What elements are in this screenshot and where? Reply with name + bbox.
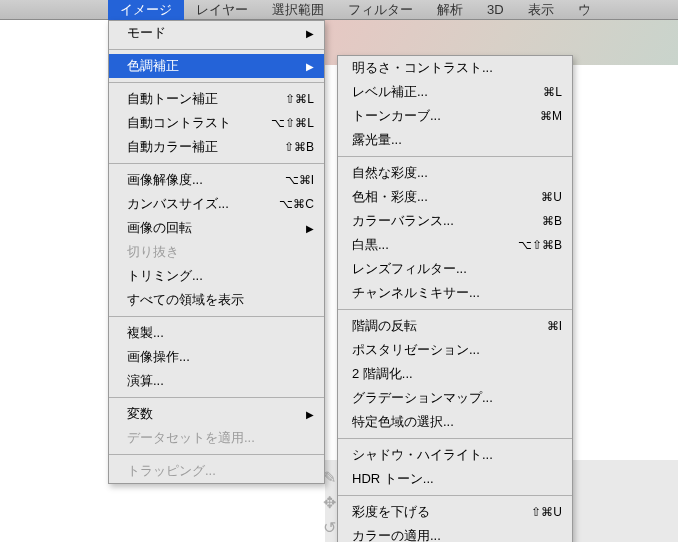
menubar-item[interactable]: イメージ <box>108 0 184 20</box>
menu-item[interactable]: カンバスサイズ...⌥⌘C <box>109 192 324 216</box>
menubar-item[interactable]: 3D <box>475 0 516 20</box>
menu-item-shortcut: ⌥⌘I <box>285 173 314 187</box>
menubar-item[interactable]: レイヤー <box>184 0 260 20</box>
menu-item-label: 切り抜き <box>127 243 314 261</box>
menu-item[interactable]: HDR トーン... <box>338 467 572 491</box>
menu-separator <box>109 49 324 50</box>
menu-item-shortcut: ⌥⇧⌘L <box>271 116 314 130</box>
menu-item[interactable]: 彩度を下げる⇧⌘U <box>338 500 572 524</box>
menu-item-label: グラデーションマップ... <box>352 389 562 407</box>
menubar-item[interactable]: 選択範囲 <box>260 0 336 20</box>
menu-item[interactable]: 画像操作... <box>109 345 324 369</box>
menu-item[interactable]: 自動カラー補正⇧⌘B <box>109 135 324 159</box>
color-adjustments-submenu: 明るさ・コントラスト...レベル補正...⌘Lトーンカーブ...⌘M露光量...… <box>337 55 573 542</box>
menu-item[interactable]: 白黒...⌥⇧⌘B <box>338 233 572 257</box>
menu-item-shortcut: ⌘U <box>541 190 562 204</box>
menu-separator <box>109 163 324 164</box>
menu-item[interactable]: カラーバランス...⌘B <box>338 209 572 233</box>
menu-item-label: HDR トーン... <box>352 470 562 488</box>
menu-item[interactable]: 色相・彩度...⌘U <box>338 185 572 209</box>
menu-item-shortcut: ⇧⌘L <box>285 92 314 106</box>
menu-item-label: カラーの適用... <box>352 527 562 542</box>
menu-item[interactable]: レベル補正...⌘L <box>338 80 572 104</box>
menu-separator <box>109 454 324 455</box>
menu-item-label: モード <box>127 24 300 42</box>
menu-item[interactable]: 複製... <box>109 321 324 345</box>
menu-item-shortcut: ⇧⌘U <box>531 505 562 519</box>
app-menubar: イメージレイヤー選択範囲フィルター解析3D表示ウ <box>0 0 678 20</box>
menu-item: 切り抜き <box>109 240 324 264</box>
menu-item-label: 自動コントラスト <box>127 114 263 132</box>
menu-item[interactable]: 色調補正▶ <box>109 54 324 78</box>
menu-item-label: カンバスサイズ... <box>127 195 271 213</box>
menu-item[interactable]: 明るさ・コントラスト... <box>338 56 572 80</box>
menu-item-label: 自然な彩度... <box>352 164 562 182</box>
menu-separator <box>109 82 324 83</box>
menu-item-label: ポスタリゼーション... <box>352 341 562 359</box>
menu-item[interactable]: 特定色域の選択... <box>338 410 572 434</box>
submenu-arrow-icon: ▶ <box>306 61 314 72</box>
menu-item: トラッピング... <box>109 459 324 483</box>
menu-item[interactable]: カラーの適用... <box>338 524 572 542</box>
menu-item-label: 色調補正 <box>127 57 300 75</box>
menubar-item[interactable]: 解析 <box>425 0 475 20</box>
submenu-arrow-icon: ▶ <box>306 409 314 420</box>
menu-item[interactable]: 階調の反転⌘I <box>338 314 572 338</box>
menu-item[interactable]: 2 階調化... <box>338 362 572 386</box>
menu-item: データセットを適用... <box>109 426 324 450</box>
menu-item-shortcut: ⌘B <box>542 214 562 228</box>
submenu-arrow-icon: ▶ <box>306 28 314 39</box>
menu-item-label: 特定色域の選択... <box>352 413 562 431</box>
submenu-arrow-icon: ▶ <box>306 223 314 234</box>
menu-item[interactable]: 変数▶ <box>109 402 324 426</box>
menu-item[interactable]: ポスタリゼーション... <box>338 338 572 362</box>
menu-item-label: レベル補正... <box>352 83 535 101</box>
menubar-item[interactable]: フィルター <box>336 0 425 20</box>
menu-item[interactable]: 画像解像度...⌥⌘I <box>109 168 324 192</box>
menu-separator <box>338 438 572 439</box>
menubar-item[interactable]: 表示 <box>516 0 566 20</box>
menu-item[interactable]: 自然な彩度... <box>338 161 572 185</box>
menu-item-label: トラッピング... <box>127 462 314 480</box>
menu-separator <box>338 495 572 496</box>
menu-item[interactable]: 画像の回転▶ <box>109 216 324 240</box>
menu-item[interactable]: チャンネルミキサー... <box>338 281 572 305</box>
menu-item[interactable]: トーンカーブ...⌘M <box>338 104 572 128</box>
menu-item[interactable]: 露光量... <box>338 128 572 152</box>
menu-item-label: トリミング... <box>127 267 314 285</box>
menu-item-label: 色相・彩度... <box>352 188 533 206</box>
image-menu-dropdown: モード▶色調補正▶自動トーン補正⇧⌘L自動コントラスト⌥⇧⌘L自動カラー補正⇧⌘… <box>108 20 325 484</box>
menu-item-shortcut: ⇧⌘B <box>284 140 314 154</box>
menu-item[interactable]: すべての領域を表示 <box>109 288 324 312</box>
menu-item-label: レンズフィルター... <box>352 260 562 278</box>
menu-item[interactable]: モード▶ <box>109 21 324 45</box>
menu-item[interactable]: トリミング... <box>109 264 324 288</box>
menu-item-shortcut: ⌥⌘C <box>279 197 314 211</box>
menu-item-label: 画像の回転 <box>127 219 300 237</box>
menu-item-label: 彩度を下げる <box>352 503 523 521</box>
menu-item-label: 複製... <box>127 324 314 342</box>
menu-item-shortcut: ⌘L <box>543 85 562 99</box>
menu-item-label: すべての領域を表示 <box>127 291 314 309</box>
menu-item[interactable]: 演算... <box>109 369 324 393</box>
menu-item[interactable]: 自動コントラスト⌥⇧⌘L <box>109 111 324 135</box>
menu-separator <box>338 156 572 157</box>
menubar-item[interactable]: ウ <box>566 0 603 20</box>
menu-item-shortcut: ⌥⇧⌘B <box>518 238 562 252</box>
menu-item-label: カラーバランス... <box>352 212 534 230</box>
menu-item-label: トーンカーブ... <box>352 107 532 125</box>
menu-item-label: 演算... <box>127 372 314 390</box>
menu-item[interactable]: 自動トーン補正⇧⌘L <box>109 87 324 111</box>
menu-item[interactable]: シャドウ・ハイライト... <box>338 443 572 467</box>
menu-item-label: 白黒... <box>352 236 510 254</box>
menu-item-label: 階調の反転 <box>352 317 539 335</box>
menu-item-label: 変数 <box>127 405 300 423</box>
menu-item[interactable]: グラデーションマップ... <box>338 386 572 410</box>
menu-separator <box>109 397 324 398</box>
menu-item-label: 明るさ・コントラスト... <box>352 59 562 77</box>
menu-item-label: 画像解像度... <box>127 171 277 189</box>
menu-item[interactable]: レンズフィルター... <box>338 257 572 281</box>
menu-item-label: 露光量... <box>352 131 562 149</box>
menu-separator <box>109 316 324 317</box>
menu-item-shortcut: ⌘I <box>547 319 562 333</box>
